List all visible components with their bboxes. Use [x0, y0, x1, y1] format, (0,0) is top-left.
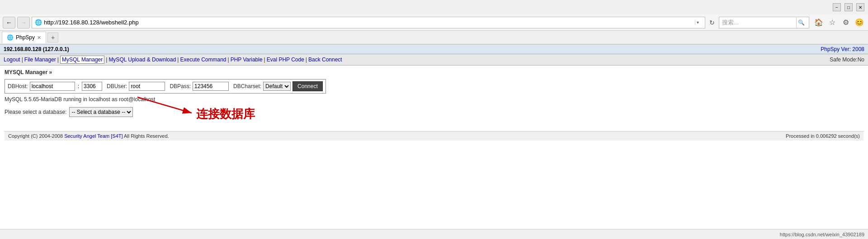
db-pass-label: DBPass:: [170, 83, 191, 89]
nav-mysql-upload[interactable]: MySQL Upload & Download: [108, 56, 176, 63]
db-port-input[interactable]: [82, 82, 102, 91]
browser-chrome: − □ ✕ ← → 🌐 http://192.168.80.128/webshe…: [0, 0, 868, 45]
annotation-container: 连接数据库: [169, 106, 255, 122]
browser-toolbar-right: 🏠 ☆ ⚙ 😊: [813, 17, 865, 28]
nav-php-variable[interactable]: PHP Variable: [231, 56, 263, 63]
db-form: DBHost: : DBUser: DBPass: DBCharset: Def…: [5, 79, 326, 94]
db-port-separator: :: [78, 83, 79, 89]
home-icon: 🏠: [814, 18, 823, 27]
url-text: http://192.168.80.128/webshell2.php: [44, 19, 693, 26]
footer-left: Copyright (C) 2004-2008 Security Angel T…: [8, 133, 169, 139]
forward-button[interactable]: →: [17, 17, 30, 28]
search-box[interactable]: 搜索... 🔍: [719, 17, 809, 28]
db-host-label: DBHost:: [8, 83, 28, 89]
nav-links-left: Logout | File Manager | MySQL Manager | …: [4, 56, 342, 64]
gear-icon: ⚙: [843, 18, 849, 27]
user-button[interactable]: 😊: [854, 17, 865, 28]
close-button[interactable]: ✕: [856, 3, 864, 11]
footer-team-link[interactable]: Security Angel Team [S4T]: [64, 133, 123, 139]
db-charset-select[interactable]: Default utf8 gbk latin1: [263, 82, 291, 91]
address-bar-row: ← → 🌐 http://192.168.80.128/webshell2.ph…: [0, 14, 868, 31]
db-user-label: DBUser:: [107, 83, 127, 89]
svg-line-1: [137, 97, 192, 113]
page-header: 192.168.80.128 (127.0.0.1) PhpSpy Ver: 2…: [0, 45, 868, 54]
db-selector-annotation-row: Please select a database: -- Select a da…: [5, 106, 863, 122]
favorites-button[interactable]: ☆: [826, 17, 838, 28]
connect-button[interactable]: Connect: [292, 81, 323, 91]
tabs-row: 🌐 PhpSpy ✕ +: [0, 31, 868, 44]
search-button[interactable]: 🔍: [796, 17, 806, 28]
tab-phpspy[interactable]: 🌐 PhpSpy ✕: [2, 32, 46, 43]
title-bar: − □ ✕: [0, 0, 868, 14]
db-host-input[interactable]: [30, 82, 75, 91]
tab-close-button[interactable]: ✕: [37, 35, 41, 41]
search-placeholder: 搜索...: [722, 19, 796, 27]
refresh-icon: ↻: [709, 19, 715, 26]
db-pass-input[interactable]: [193, 82, 229, 91]
page-footer: Copyright (C) 2004-2008 Security Angel T…: [5, 131, 863, 141]
server-info: 192.168.80.128 (127.0.0.1): [4, 46, 69, 52]
section-title: MYSQL Manager »: [5, 69, 863, 75]
address-dropdown-icon[interactable]: ▾: [695, 20, 702, 25]
nav-file-manager[interactable]: File Manager: [24, 56, 56, 63]
footer-right: Processed in 0.006292 second(s): [786, 133, 860, 139]
nav-sep-1: |: [22, 56, 23, 63]
db-user-input[interactable]: [129, 82, 165, 91]
minimize-button[interactable]: −: [833, 3, 841, 11]
version-link[interactable]: PhpSpy Ver: 2008: [821, 46, 864, 52]
refresh-button[interactable]: ↻: [707, 17, 717, 28]
tab-icon: 🌐: [7, 34, 14, 41]
nav-back-connect[interactable]: Back Connect: [308, 56, 342, 63]
page-content: 192.168.80.128 (127.0.0.1) PhpSpy Ver: 2…: [0, 45, 868, 144]
forward-arrow-icon: →: [20, 19, 27, 26]
back-button[interactable]: ←: [3, 17, 15, 28]
db-charset-label: DBCharset:: [233, 83, 261, 89]
new-tab-button[interactable]: +: [47, 33, 58, 42]
nav-logout[interactable]: Logout: [4, 56, 20, 63]
nav-execute-command[interactable]: Execute Command: [180, 56, 226, 63]
nav-sep-6: |: [264, 56, 265, 63]
db-select-row: Please select a database: -- Select a da…: [5, 107, 133, 117]
star-icon: ☆: [829, 18, 835, 27]
maximize-button[interactable]: □: [844, 3, 853, 11]
nav-eval-php[interactable]: Eval PHP Code: [267, 56, 304, 63]
nav-sep-3: |: [106, 56, 107, 63]
nav-sep-2: |: [57, 56, 59, 63]
safe-mode-indicator: Safe Mode:No: [830, 56, 864, 63]
nav-sep-5: |: [228, 56, 229, 63]
nav-links: Logout | File Manager | MySQL Manager | …: [0, 54, 868, 66]
home-button[interactable]: 🏠: [813, 17, 825, 28]
annotation-arrow: [133, 93, 205, 117]
nav-sep-7: |: [306, 56, 307, 63]
main-area: MYSQL Manager » DBHost: : DBUser: DBPass…: [0, 66, 868, 144]
title-bar-controls: − □ ✕: [833, 3, 864, 11]
ie-icon: 🌐: [35, 19, 42, 26]
back-arrow-icon: ←: [6, 19, 12, 26]
settings-button[interactable]: ⚙: [840, 17, 852, 28]
address-field[interactable]: 🌐 http://192.168.80.128/webshell2.php ▾: [32, 17, 705, 28]
tab-label: PhpSpy: [16, 34, 35, 41]
nav-mysql-manager[interactable]: MySQL Manager: [60, 56, 104, 64]
db-select[interactable]: -- Select a database --: [69, 107, 133, 117]
nav-sep-4: |: [177, 56, 179, 63]
face-icon: 😊: [855, 18, 864, 27]
db-select-label: Please select a database:: [5, 109, 66, 115]
